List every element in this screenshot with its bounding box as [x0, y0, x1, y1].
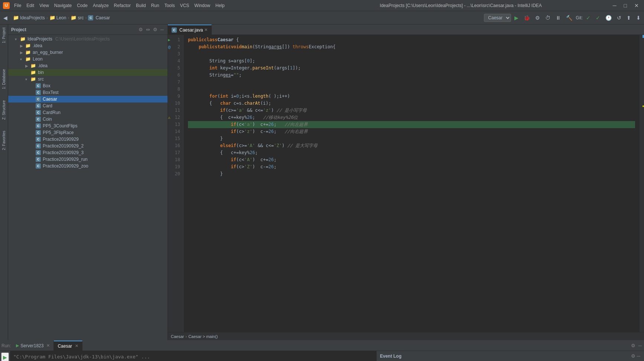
menu-code[interactable]: Code: [75, 2, 90, 9]
java-icon-prac3: C: [36, 150, 41, 155]
run-config-select[interactable]: Caesar: [484, 14, 511, 22]
git-pull-button[interactable]: ⬇: [634, 14, 643, 22]
menu-refactor[interactable]: Refactor: [112, 2, 133, 9]
event-log-panel: Event Log ⚙ ─ ✓ 15:14 Build completed su…: [377, 351, 644, 361]
run-label: Run:: [1, 343, 11, 348]
git-push-button[interactable]: ⬆: [625, 14, 633, 22]
project-tree: ▾ 📁 IdeaProjects C:\Users\Leon\IdeaProje…: [8, 35, 167, 340]
project-panel-header: Project ⚙ ⇔ ⚙ ─: [8, 25, 167, 35]
menu-file[interactable]: File: [12, 2, 23, 9]
folder-icon-egg: 📁: [25, 50, 31, 55]
stop-button[interactable]: ⏸: [554, 14, 563, 22]
menu-view[interactable]: View: [37, 2, 51, 9]
breadcrumb-class: Caesar: [171, 334, 184, 339]
server-run-icon: ▶: [16, 343, 19, 348]
bottom-tabs-bar: Run: ▶ Server1823 ✕ Caesar ✕ ⚙ ─: [0, 341, 644, 351]
event-log-settings-button[interactable]: ⚙: [630, 352, 636, 360]
tree-toggle-root: ▾: [15, 37, 19, 41]
tab-close-caesar-bottom[interactable]: ✕: [75, 344, 78, 348]
tree-label-pp5count: PP5_3CountFlips: [43, 123, 77, 129]
tree-label-prac3: Practice20190929_3: [43, 150, 84, 155]
ln-11: 11: [168, 107, 180, 114]
breadcrumb-caesar[interactable]: C Caesar: [88, 15, 110, 20]
minimize-button[interactable]: ─: [611, 2, 619, 9]
tree-item-pp5count[interactable]: C PP5_3CountFlips: [8, 123, 167, 129]
git-history-button[interactable]: 🕐: [604, 14, 614, 22]
project-minimize-button[interactable]: ─: [160, 26, 165, 33]
tree-item-src[interactable]: ▾ 📁 src: [8, 76, 167, 82]
ln-9: 9: [168, 93, 180, 100]
breadcrumb-src[interactable]: 📁 src: [71, 15, 84, 20]
close-button[interactable]: ✕: [632, 2, 641, 9]
tree-item-cardrun[interactable]: C CardRun: [8, 109, 167, 116]
tree-item-prac1[interactable]: C Practice20190929: [8, 136, 167, 143]
menu-run[interactable]: Run: [149, 2, 162, 9]
code-editor: ▶ 1 ▶ @ 2 3 4 5 6 7 8 9 10 11: [168, 35, 644, 332]
project-settings-button[interactable]: ⚙: [138, 26, 144, 33]
tree-item-leon-idea[interactable]: ▶ 📁 .idea: [8, 62, 167, 69]
tree-item-card[interactable]: C Card: [8, 103, 167, 109]
tree-item-boxtest[interactable]: C BoxTest: [8, 89, 167, 96]
tab-close-caesar[interactable]: ✕: [204, 27, 208, 32]
run-play-button[interactable]: ▶: [1, 352, 9, 361]
bottom-tab-server[interactable]: ▶ Server1823 ✕: [12, 341, 54, 351]
build-button[interactable]: 🔨: [564, 14, 574, 22]
ln-num-13: 13: [171, 121, 180, 128]
java-icon-pracrun: C: [36, 157, 41, 162]
sidebar-db-tab[interactable]: 1: Database: [1, 68, 7, 91]
profile-button[interactable]: ⏱: [543, 14, 552, 22]
menu-build[interactable]: Build: [134, 2, 148, 9]
sidebar-favorites-tab[interactable]: 2: Favorites: [1, 129, 7, 152]
sidebar-project-tab[interactable]: 1: Project: [1, 26, 7, 45]
run-minimize-button[interactable]: ─: [638, 342, 643, 349]
menu-analyze[interactable]: Analyze: [91, 2, 111, 9]
project-layout-button[interactable]: ⇔: [145, 26, 151, 33]
run-button[interactable]: ▶: [513, 14, 520, 22]
tab-close-server[interactable]: ✕: [46, 343, 50, 348]
tree-label-boxtest: BoxTest: [43, 90, 59, 95]
git-check-1[interactable]: ✓: [584, 14, 592, 22]
git-check-2[interactable]: ✓: [594, 14, 602, 22]
menu-navigate[interactable]: Navigate: [52, 2, 74, 9]
back-button[interactable]: ◀: [1, 14, 9, 22]
sidebar-structure-tab[interactable]: Z: Structure: [1, 99, 7, 121]
menu-tools[interactable]: Tools: [162, 2, 177, 9]
breadcrumb-label-ideaprojects: IdeaProjects: [20, 15, 45, 20]
tree-item-box[interactable]: C Box: [8, 82, 167, 89]
tree-item-prac2[interactable]: C Practice20190929_2: [8, 143, 167, 149]
tree-item-idea[interactable]: ▶ 📁 .idea: [8, 42, 167, 49]
git-rollback-button[interactable]: ↺: [615, 14, 623, 22]
bottom-tab-caesar[interactable]: Caesar ✕: [54, 341, 82, 351]
maximize-button[interactable]: □: [622, 2, 629, 9]
tree-item-caesar[interactable]: C Caesar: [8, 96, 167, 103]
menu-vcs[interactable]: VCS: [178, 2, 192, 9]
breadcrumb-ideaprojects[interactable]: 📁 IdeaProjects: [13, 15, 45, 20]
ln-num-14: 14: [171, 128, 180, 135]
menu-edit[interactable]: Edit: [24, 2, 36, 9]
tree-item-pracrun[interactable]: C Practice20190929_run: [8, 156, 167, 163]
tree-item-prac3[interactable]: C Practice20190929_3: [8, 149, 167, 156]
tree-item-pp5flip[interactable]: C PP5_3FlipRace: [8, 129, 167, 136]
folder-icon-2: 📁: [49, 15, 55, 20]
breadcrumb-arrow: ›: [185, 334, 187, 339]
tree-item-egg[interactable]: ▶ 📁 an_egg_burner: [8, 49, 167, 56]
menu-help[interactable]: Help: [213, 2, 227, 9]
run-with-coverage-button[interactable]: ⚙: [533, 14, 542, 22]
project-gear-button[interactable]: ⚙: [152, 26, 158, 33]
right-marker-bar: [640, 35, 644, 332]
run-output[interactable]: "C:\Program Files\Java\jdk-13\bin\java.e…: [10, 351, 377, 361]
breadcrumb-leon[interactable]: 📁 Leon: [49, 15, 66, 20]
menu-window[interactable]: Window: [192, 2, 212, 9]
tree-item-coin[interactable]: C Coin: [8, 116, 167, 123]
tree-item-praczoo[interactable]: C Practice20190929_zoo: [8, 163, 167, 169]
event-log-minimize-button[interactable]: ─: [636, 352, 641, 360]
debug-button[interactable]: 🐞: [522, 14, 532, 22]
tree-item-bin[interactable]: 📁 bin: [8, 69, 167, 76]
run-settings-button[interactable]: ⚙: [630, 342, 636, 349]
title-bar: IJ File Edit View Navigate Code Analyze …: [0, 0, 644, 11]
ln-5: 5: [168, 65, 180, 72]
tree-root[interactable]: ▾ 📁 IdeaProjects C:\Users\Leon\IdeaProje…: [8, 36, 167, 42]
editor-tab-caesar[interactable]: C Caesar.java ✕: [168, 25, 212, 35]
tree-item-leon[interactable]: ▾ 📁 Leon: [8, 56, 167, 62]
code-content[interactable]: public class Caesar { public static void…: [183, 35, 640, 332]
